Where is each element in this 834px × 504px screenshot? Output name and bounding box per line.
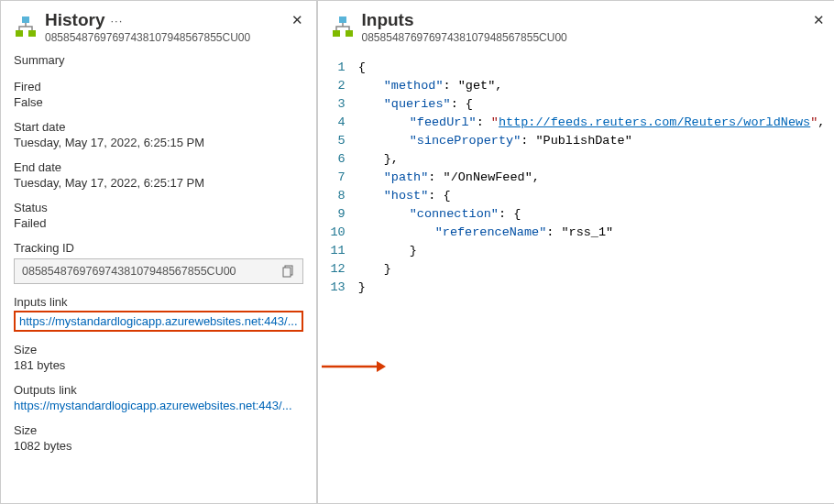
json-editor[interactable]: 12345678910111213 {"method": "get","quer…	[331, 59, 826, 494]
inputs-title: Inputs	[362, 10, 562, 30]
inputs-title-block: Inputs 08585487697697438107948567855CU00	[362, 10, 567, 44]
svg-rect-7	[346, 30, 353, 37]
svg-rect-1	[16, 30, 23, 37]
svg-rect-6	[333, 30, 340, 37]
logic-app-icon	[14, 16, 38, 39]
history-title: History	[45, 10, 104, 30]
inputs-link[interactable]: https://mystandardlogicapp.azurewebsites…	[19, 314, 298, 328]
inputs-link-section: Inputs link https://mystandardlogicapp.a…	[14, 295, 303, 332]
close-button[interactable]: ✕	[813, 12, 825, 28]
svg-rect-4	[283, 268, 291, 277]
summary-heading: Summary	[14, 53, 303, 69]
outputs-link-section: Outputs link https://mystandardlogicapp.…	[14, 383, 303, 412]
tracking-id-value: 08585487697697438107948567855CU00	[22, 265, 236, 278]
inputs-header: Inputs 08585487697697438107948567855CU00…	[331, 10, 826, 44]
history-header: History ··· 0858548769769743810794856785…	[14, 10, 303, 44]
more-icon[interactable]: ···	[110, 14, 123, 27]
inputs-sub-id: 08585487697697438107948567855CU00	[362, 31, 567, 44]
history-title-block: History ··· 0858548769769743810794856785…	[45, 10, 250, 44]
line-number-gutter: 12345678910111213	[331, 59, 358, 494]
svg-rect-2	[28, 30, 36, 37]
outputs-size-section: Size 1082 bytes	[14, 423, 303, 453]
tracking-id-field[interactable]: 08585487697697438107948567855CU00	[14, 258, 303, 284]
history-sub-id: 08585487697697438107948567855CU00	[45, 31, 250, 44]
inputs-size-section: Size 181 bytes	[14, 343, 303, 372]
start-date-section: Start date Tuesday, May 17, 2022, 6:25:1…	[14, 120, 303, 149]
status-section: Status Failed	[14, 201, 303, 230]
logic-app-icon	[331, 16, 355, 39]
close-button[interactable]: ✕	[291, 12, 303, 28]
inputs-panel: Inputs 08585487697697438107948567855CU00…	[317, 0, 834, 504]
copy-icon[interactable]	[282, 265, 295, 278]
fired-section: Fired False	[14, 80, 303, 109]
json-code[interactable]: {"method": "get","queries": {"feedUrl": …	[358, 59, 826, 494]
inputs-link-callout: https://mystandardlogicapp.azurewebsites…	[14, 311, 303, 332]
tracking-id-section: Tracking ID 0858548769769743810794856785…	[14, 241, 303, 284]
end-date-section: End date Tuesday, May 17, 2022, 6:25:17 …	[14, 160, 303, 190]
outputs-link[interactable]: https://mystandardlogicapp.azurewebsites…	[14, 399, 292, 412]
svg-rect-0	[22, 16, 29, 23]
history-panel: History ··· 0858548769769743810794856785…	[0, 0, 317, 504]
svg-rect-5	[339, 16, 346, 23]
